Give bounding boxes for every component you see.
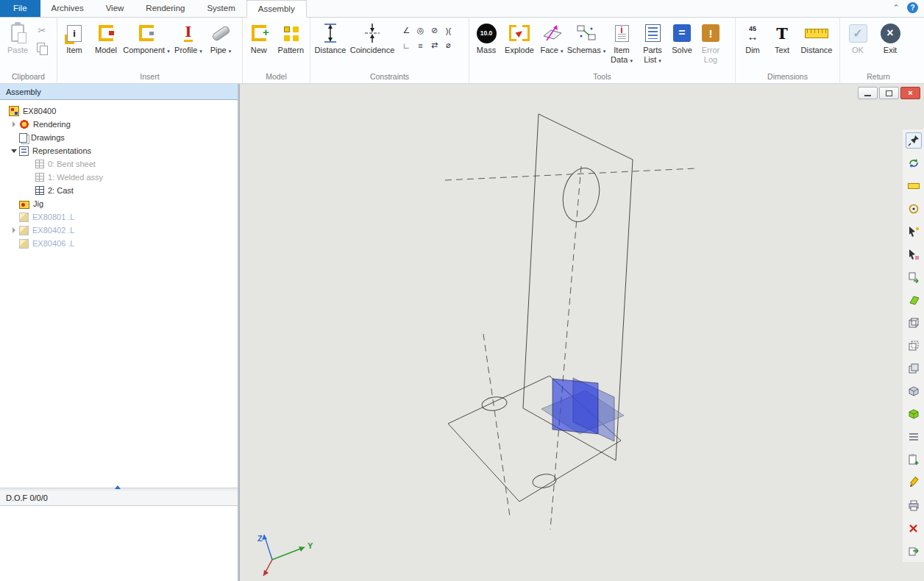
- item-button[interactable]: i Item: [59, 18, 90, 70]
- tree-item-ex80402[interactable]: EX80402 .L: [0, 224, 238, 237]
- profile-button[interactable]: I Profile ▾: [171, 18, 206, 70]
- solve-icon: =: [673, 24, 691, 42]
- snap-button[interactable]: [906, 201, 922, 217]
- tree-item-ex80406[interactable]: EX80406 .L: [0, 237, 238, 250]
- text-button[interactable]: T Text: [768, 18, 796, 70]
- 3d-viewport[interactable]: ×: [239, 84, 924, 581]
- tree-item-rendering[interactable]: Rendering: [0, 118, 238, 131]
- update-view-button[interactable]: [906, 155, 922, 171]
- splitter-handle-icon[interactable]: [115, 485, 121, 489]
- distance-constraint-button[interactable]: Distance: [312, 18, 349, 70]
- print-button[interactable]: [906, 497, 922, 513]
- pin-button[interactable]: [906, 132, 922, 149]
- diameter-constraint-icon[interactable]: ⌀: [442, 39, 455, 51]
- panel-splitter[interactable]: [0, 488, 238, 491]
- edit-button[interactable]: [906, 474, 922, 491]
- tree-item-jig[interactable]: Jig: [0, 197, 238, 210]
- delete-button[interactable]: [906, 520, 922, 536]
- expander-expanded-icon[interactable]: [9, 149, 19, 153]
- tree-item-root[interactable]: EX80400: [0, 104, 238, 118]
- concentric-constraint-icon[interactable]: ◎: [414, 24, 427, 37]
- dim-button[interactable]: 45↔ Dim: [737, 18, 768, 70]
- group-constraints: Distance Coincidence: [310, 18, 469, 83]
- wireframe-view-button[interactable]: [906, 315, 922, 331]
- solid-view-button[interactable]: [906, 383, 922, 399]
- base-hole-left[interactable]: [481, 396, 508, 413]
- chevron-down-icon: ▾: [561, 49, 564, 54]
- hidden-line-view-button[interactable]: [906, 338, 922, 354]
- ok-button[interactable]: ✓ OK: [842, 18, 874, 70]
- coincidence-button[interactable]: Coincidence: [349, 18, 396, 70]
- dim-icon: 45↔: [747, 25, 758, 41]
- coincidence-label: Coincidence: [350, 46, 395, 55]
- schemas-button[interactable]: Schemas ▾: [566, 18, 606, 70]
- group-dimensions: 45↔ Dim T Text Distance Dimensions: [736, 18, 840, 83]
- document-minimize-button[interactable]: [858, 87, 878, 99]
- tree-item-representations[interactable]: Representations: [0, 144, 238, 157]
- mass-button[interactable]: 10.0 Mass: [471, 18, 502, 70]
- tree-item-ex80801[interactable]: EX80801 .L: [0, 210, 238, 224]
- exit-button[interactable]: × Exit: [874, 18, 906, 70]
- model-insert-button[interactable]: Model: [90, 18, 122, 70]
- plane-display-button[interactable]: [906, 292, 922, 308]
- parts-list-button[interactable]: Parts List ▾: [637, 18, 668, 70]
- tab-archives[interactable]: Archives: [40, 0, 95, 17]
- tree-item-rep-welded-assy[interactable]: 1: Welded assy: [0, 171, 238, 184]
- tree-item-rep-cast[interactable]: 2: Cast: [0, 184, 238, 197]
- expander-collapsed-icon[interactable]: [9, 121, 19, 127]
- export-arrow-icon: [908, 545, 920, 557]
- explode-button[interactable]: Explode: [502, 18, 537, 70]
- new-button[interactable]: + New: [244, 18, 274, 70]
- tangent-constraint-icon[interactable]: ⊘: [428, 24, 441, 37]
- cut-button[interactable]: ✂: [34, 23, 50, 38]
- error-log-button[interactable]: ! Error Log: [696, 18, 725, 70]
- document-close-button[interactable]: ×: [900, 87, 920, 99]
- tree-item-drawings[interactable]: Drawings: [0, 131, 238, 144]
- distance-dimension-button[interactable]: Distance: [796, 18, 837, 70]
- group-label-insert: Insert: [59, 71, 241, 83]
- paste-button[interactable]: Paste: [1, 18, 34, 70]
- select-remove-button[interactable]: [906, 246, 922, 263]
- part-icon: [19, 226, 29, 235]
- triad-y-axis: [272, 547, 305, 560]
- pattern-button[interactable]: Pattern: [274, 18, 308, 70]
- tab-system[interactable]: System: [196, 0, 246, 17]
- face-button[interactable]: Face ▾: [537, 18, 566, 70]
- expander-collapsed-icon[interactable]: [9, 227, 19, 233]
- angle-constraint-icon[interactable]: ∠: [400, 24, 413, 37]
- item-data-icon: i: [615, 25, 629, 42]
- copy-button[interactable]: [34, 40, 50, 55]
- tab-assembly[interactable]: Assembly: [246, 0, 307, 18]
- error-log-icon: !: [702, 24, 719, 42]
- paste-special-button[interactable]: [906, 452, 922, 468]
- component-button[interactable]: Component ▾: [122, 18, 171, 70]
- pencil-yellow-icon: [908, 477, 920, 488]
- swap-constraint-icon[interactable]: ⇄: [428, 39, 441, 51]
- chevron-down-icon: ▾: [199, 49, 202, 54]
- printer-icon: [908, 500, 920, 511]
- tab-view[interactable]: View: [95, 0, 135, 17]
- tab-file[interactable]: File: [0, 0, 40, 17]
- parallel-constraint-icon[interactable]: ≡: [414, 39, 427, 51]
- solve-button[interactable]: = Solve: [668, 18, 696, 70]
- group-label-dimensions: Dimensions: [737, 71, 838, 83]
- help-icon[interactable]: ?: [907, 2, 918, 13]
- item-data-button[interactable]: i Item Data ▾: [606, 18, 637, 70]
- reference-plane-front[interactable]: [552, 379, 598, 434]
- document-maximize-button[interactable]: [879, 87, 899, 99]
- ribbon-collapse-icon[interactable]: ⌃: [892, 3, 900, 13]
- shaded-view-button[interactable]: [906, 360, 922, 377]
- assembly-tree: EX80400 Rendering Drawings Representatio…: [0, 100, 238, 488]
- perpendicular-constraint-icon[interactable]: ∟: [400, 39, 413, 51]
- list-button[interactable]: [906, 429, 922, 445]
- export-button[interactable]: [906, 543, 922, 559]
- measure-button[interactable]: [906, 178, 922, 194]
- pipe-button[interactable]: Pipe ▾: [206, 18, 235, 70]
- select-add-button[interactable]: [906, 224, 922, 240]
- 3d-model-canvas[interactable]: [240, 84, 923, 580]
- copy-view-button[interactable]: [906, 269, 922, 285]
- isometric-view-button[interactable]: [906, 406, 922, 422]
- tab-rendering[interactable]: Rendering: [135, 0, 196, 17]
- symmetry-constraint-icon[interactable]: )(: [442, 24, 455, 37]
- tree-item-rep-bent-sheet[interactable]: 0: Bent sheet: [0, 157, 238, 171]
